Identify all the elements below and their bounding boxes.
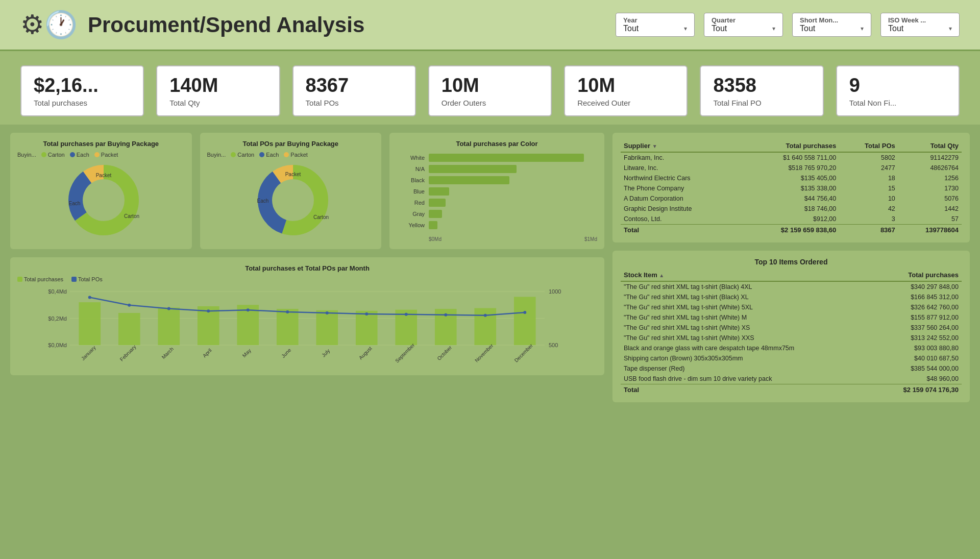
svg-point-49 — [207, 309, 210, 312]
col-stock-item: Stock Item ▲ — [621, 269, 874, 281]
top10-table-box: Top 10 Items Ordered Stock Item ▲ Total … — [612, 251, 970, 402]
color-track-6 — [429, 221, 597, 229]
kpi-card-6: 9 Total Non Fi... — [836, 65, 960, 116]
item-purchases: $326 642 760,00 — [874, 302, 962, 312]
filter-value-2: Tout — [800, 24, 815, 33]
svg-point-10 — [273, 180, 313, 221]
svg-text:October: October — [436, 345, 453, 361]
supplier-pos: 15 — [839, 183, 898, 193]
right-panel: Supplier ▼ Total purchases Total POs Tot… — [612, 133, 970, 402]
supplier-total-label: Total — [621, 225, 740, 236]
supplier-qty: 5076 — [898, 193, 962, 204]
supplier-row: Fabrikam, Inc. $1 640 558 711,00 5802 91… — [621, 152, 962, 163]
item-purchases: $40 010 687,50 — [874, 353, 962, 363]
kpi-value-0: $2,16... — [34, 75, 131, 96]
kpi-label-0: Total purchases — [34, 99, 131, 107]
kpi-value-6: 9 — [849, 75, 946, 96]
top10-row: USB food flash drive - dim sum 10 drive … — [621, 374, 962, 384]
legend-carton: Carton — [41, 152, 65, 158]
supplier-pos: 2477 — [839, 163, 898, 173]
chevron-down-icon: ▾ — [949, 25, 952, 32]
color-label-2: Black — [397, 177, 425, 183]
supplier-row: A Datum Corporation $44 756,40 10 5076 — [621, 193, 962, 204]
item-name: Shipping carton (Brown) 305x305x305mm — [621, 353, 874, 363]
svg-text:Carton: Carton — [124, 213, 139, 219]
svg-text:$0,0Md: $0,0Md — [48, 342, 67, 348]
kpi-value-1: 140M — [169, 75, 266, 96]
svg-text:1000: 1000 — [549, 288, 561, 295]
svg-text:July: July — [321, 348, 331, 358]
donut-purchases-legend: Buyin... Carton Each Packet — [17, 152, 185, 158]
legend-pos-packet: Packet — [284, 152, 308, 158]
svg-rect-36 — [356, 311, 378, 345]
svg-point-50 — [247, 308, 250, 311]
filter-iso-week-...[interactable]: ISO Week ... Tout ▾ — [880, 13, 960, 37]
supplier-name: Graphic Design Institute — [621, 204, 740, 214]
kpi-label-2: Total POs — [306, 99, 403, 107]
kpi-card-0: $2,16... Total purchases — [20, 65, 144, 116]
svg-text:500: 500 — [549, 342, 558, 348]
svg-rect-26 — [158, 308, 180, 346]
monthly-chart-svg: $0,4Md$0,2Md$0,0Md1000500JanuaryFebruary… — [17, 286, 597, 368]
item-name: "The Gu" red shirt XML tag t-shirt (Whit… — [621, 333, 874, 343]
supplier-qty: 1256 — [898, 173, 962, 183]
svg-text:Carton: Carton — [313, 214, 329, 220]
item-purchases: $48 960,00 — [874, 374, 962, 384]
top10-section-title: Top 10 Items Ordered — [621, 258, 962, 266]
donut-pos-chart: Total POs par Buying Package Buyin... Ca… — [200, 133, 382, 249]
supplier-purchases: $18 746,00 — [740, 204, 839, 214]
kpi-row: $2,16... Total purchases 140M Total Qty … — [0, 51, 980, 125]
filter-quarter[interactable]: Quarter Tout ▾ — [704, 13, 783, 37]
svg-point-52 — [326, 311, 329, 314]
left-panel: Total purchases par Buying Package Buyin… — [10, 133, 604, 402]
filter-select-1[interactable]: Tout ▾ — [712, 24, 775, 33]
filter-select-0[interactable]: Tout ▾ — [623, 24, 687, 33]
top10-row: Black and orange glass with care despatc… — [621, 343, 962, 353]
item-name: USB food flash drive - dim sum 10 drive … — [621, 374, 874, 384]
filter-select-3[interactable]: Tout ▾ — [888, 24, 952, 33]
svg-text:August: August — [358, 345, 373, 360]
filter-short-mon...[interactable]: Short Mon... Tout ▾ — [792, 13, 871, 37]
color-fill-1 — [429, 165, 517, 173]
top10-total-label: Total — [621, 384, 874, 396]
supplier-purchases: $44 756,40 — [740, 193, 839, 204]
color-track-4 — [429, 199, 597, 207]
kpi-label-3: Order Outers — [442, 99, 538, 107]
color-bar-blue: Blue — [397, 187, 597, 196]
filter-select-2[interactable]: Tout ▾ — [800, 24, 864, 33]
chevron-down-icon: ▾ — [861, 25, 864, 32]
filter-label-2: Short Mon... — [800, 16, 864, 24]
supplier-row: Litware, Inc. $518 765 970,20 2477 48626… — [621, 163, 962, 173]
donut-pos-title: Total POs par Buying Package — [207, 140, 375, 148]
supplier-name: Litware, Inc. — [621, 163, 740, 173]
item-purchases: $313 242 552,00 — [874, 333, 962, 343]
legend-purchases: Total purchases — [17, 276, 63, 282]
supplier-name: Contoso, Ltd. — [621, 214, 740, 225]
col-pos: Total POs — [839, 140, 898, 152]
svg-point-3 — [83, 180, 124, 221]
svg-text:Packet: Packet — [285, 172, 301, 177]
svg-point-57 — [523, 311, 526, 314]
kpi-card-2: 8367 Total POs — [292, 65, 416, 116]
supplier-table: Supplier ▼ Total purchases Total POs Tot… — [621, 140, 962, 235]
top10-row: "The Gu" red shirt XML tag t-shirt (Blac… — [621, 292, 962, 302]
top10-total-row: Total $2 159 074 176,30 — [621, 384, 962, 396]
svg-text:May: May — [241, 348, 252, 358]
supplier-name: Fabrikam, Inc. — [621, 152, 740, 163]
color-bar-n/a: N/A — [397, 165, 597, 173]
svg-point-56 — [484, 314, 487, 317]
item-name: "The Gu" red shirt XML tag t-shirt (Blac… — [621, 281, 874, 292]
filter-year[interactable]: Year Tout ▾ — [616, 13, 695, 37]
supplier-row: Graphic Design Institute $18 746,00 42 1… — [621, 204, 962, 214]
supplier-purchases: $1 640 558 711,00 — [740, 152, 839, 163]
color-track-5 — [429, 210, 597, 218]
filter-label-0: Year — [623, 16, 687, 24]
top10-row: "The Gu" red shirt XML tag t-shirt (Whit… — [621, 323, 962, 333]
supplier-name: Northwind Electric Cars — [621, 173, 740, 183]
kpi-label-5: Total Final PO — [713, 99, 810, 107]
svg-text:February: February — [119, 344, 137, 362]
item-name: "The Gu" red shirt XML tag t-shirt (Whit… — [621, 323, 874, 333]
kpi-label-6: Total Non Fi... — [849, 99, 946, 107]
col-qty: Total Qty — [898, 140, 962, 152]
svg-text:December: December — [513, 343, 534, 363]
